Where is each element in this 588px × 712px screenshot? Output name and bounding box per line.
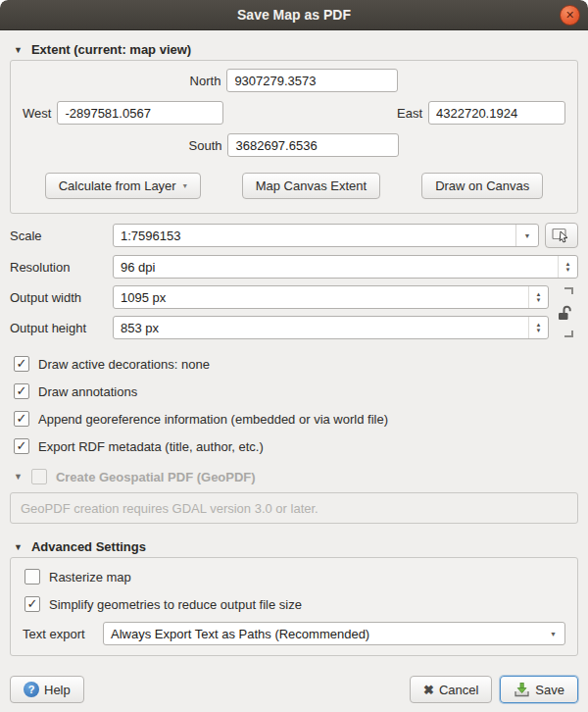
checkbox-label: Append georeference information (embedde… xyxy=(38,412,388,427)
dialog-footer: ? Help ✖ Cancel Save xyxy=(10,676,578,712)
text-export-value: Always Export Text as Paths (Recommended… xyxy=(104,627,542,641)
save-map-as-pdf-dialog: Save Map as PDF ✕ ▼ Extent (current: map… xyxy=(0,0,588,712)
east-label: East xyxy=(397,106,422,121)
checkbox-label: Rasterize map xyxy=(49,570,131,585)
resolution-input[interactable] xyxy=(113,255,578,279)
help-label: Help xyxy=(44,683,71,697)
checkbox-draw-active-decorations[interactable]: ✓ Draw active decorations: none xyxy=(14,356,578,372)
advanced-settings-title: Advanced Settings xyxy=(31,539,146,554)
output-size-section: Output width ▲ ▼ Output height ▲ ▼ xyxy=(10,285,578,346)
text-export-row: Text export Always Export Text as Paths … xyxy=(23,622,565,645)
text-export-combobox[interactable]: Always Export Text as Paths (Recommended… xyxy=(103,622,565,645)
dialog-content: ▼ Extent (current: map view) North West … xyxy=(0,30,588,712)
titlebar[interactable]: Save Map as PDF ✕ xyxy=(0,0,588,30)
checkbox-rasterize-map[interactable]: Rasterize map xyxy=(24,569,565,585)
checkbox-icon: ✓ xyxy=(14,438,29,454)
dropdown-arrow-icon: ▾ xyxy=(183,181,187,190)
checkbox-label: Export RDF metadata (title, author, etc.… xyxy=(38,439,264,454)
scale-row: Scale 1:7596153 ▼ xyxy=(10,223,578,248)
collapse-arrow-icon: ▼ xyxy=(14,472,23,482)
checkbox-icon: ✓ xyxy=(14,411,29,427)
extent-groupbox: North West East South xyxy=(10,60,578,214)
bracket-bottom-icon xyxy=(564,331,573,337)
checkbox-icon: ✓ xyxy=(24,596,40,612)
checkbox-draw-annotations[interactable]: ✓ Draw annotations xyxy=(14,383,578,399)
map-canvas-extent-label: Map Canvas Extent xyxy=(256,178,367,193)
advanced-settings-header[interactable]: ▼ Advanced Settings xyxy=(14,539,578,554)
open-lock-icon xyxy=(558,304,572,321)
map-cursor-icon xyxy=(552,228,571,243)
west-input[interactable] xyxy=(57,101,223,125)
checkbox-label: Draw annotations xyxy=(38,384,137,399)
checkbox-icon: ✓ xyxy=(14,356,29,372)
output-height-input[interactable] xyxy=(113,316,549,339)
resolution-spinner[interactable]: ▲ ▼ xyxy=(558,256,577,278)
geopdf-note-box: GeoPDF creation requires GDAL version 3.… xyxy=(10,492,578,524)
spin-down-icon: ▼ xyxy=(536,297,542,303)
extent-west-east-row: West East xyxy=(23,101,565,125)
close-icon: ✕ xyxy=(565,9,574,21)
cancel-button[interactable]: ✖ Cancel xyxy=(410,676,492,703)
spin-down-icon: ▼ xyxy=(536,328,542,333)
resolution-label: Resolution xyxy=(10,260,113,275)
checkbox-icon: ✓ xyxy=(14,383,29,399)
help-icon: ? xyxy=(24,682,39,697)
scale-combobox[interactable]: 1:7596153 ▼ xyxy=(113,224,539,247)
spin-down-icon: ▼ xyxy=(565,267,571,273)
geopdf-note: GeoPDF creation requires GDAL version 3.… xyxy=(21,501,318,516)
checkbox-export-rdf-metadata[interactable]: ✓ Export RDF metadata (title, author, et… xyxy=(14,438,578,454)
calculate-from-layer-label: Calculate from Layer xyxy=(59,178,176,193)
draw-on-canvas-label: Draw on Canvas xyxy=(435,178,529,193)
scale-label: Scale xyxy=(10,229,113,243)
text-export-label: Text export xyxy=(23,627,103,641)
save-icon xyxy=(514,682,530,698)
combo-arrow-icon: ▼ xyxy=(524,232,531,239)
save-button[interactable]: Save xyxy=(500,676,578,703)
output-height-spinner[interactable]: ▲ ▼ xyxy=(528,317,548,338)
lock-aspect-ratio-button[interactable] xyxy=(553,287,576,337)
west-label: West xyxy=(23,106,51,121)
checkbox-append-georeference[interactable]: ✓ Append georeference information (embed… xyxy=(14,411,578,427)
extent-south-row: South xyxy=(23,133,565,157)
geopdf-checkbox xyxy=(31,469,47,484)
help-button[interactable]: ? Help xyxy=(10,676,84,703)
checkbox-label: Simplify geometries to reduce output fil… xyxy=(49,597,302,612)
cancel-x-icon: ✖ xyxy=(423,683,434,697)
calculate-from-layer-button[interactable]: Calculate from Layer ▾ xyxy=(45,173,201,199)
output-width-input[interactable] xyxy=(113,285,549,309)
output-width-label: Output width xyxy=(10,290,113,305)
south-label: South xyxy=(189,138,222,153)
collapse-arrow-icon: ▼ xyxy=(14,542,23,552)
window-title: Save Map as PDF xyxy=(237,7,351,23)
extent-buttons-row: Calculate from Layer ▾ Map Canvas Extent… xyxy=(23,173,565,199)
cancel-label: Cancel xyxy=(439,683,478,697)
extent-group-header[interactable]: ▼ Extent (current: map view) xyxy=(14,42,578,57)
output-height-label: Output height xyxy=(10,321,113,335)
checkbox-icon xyxy=(24,569,40,585)
advanced-settings-groupbox: Rasterize map ✓ Simplify geometries to r… xyxy=(10,557,578,656)
output-height-row: Output height ▲ ▼ xyxy=(10,316,549,339)
set-scale-from-canvas-button[interactable] xyxy=(545,223,578,248)
south-input[interactable] xyxy=(227,133,399,157)
output-width-spinner[interactable]: ▲ ▼ xyxy=(528,286,548,308)
checkbox-label: Draw active decorations: none xyxy=(38,357,210,372)
checkbox-simplify-geometries[interactable]: ✓ Simplify geometries to reduce output f… xyxy=(24,596,565,612)
resolution-row: Resolution ▲ ▼ xyxy=(10,255,578,279)
collapse-arrow-icon: ▼ xyxy=(14,45,23,55)
map-canvas-extent-button[interactable]: Map Canvas Extent xyxy=(242,173,380,199)
save-label: Save xyxy=(535,683,564,697)
bracket-top-icon xyxy=(564,287,573,294)
close-button[interactable]: ✕ xyxy=(560,5,580,25)
output-width-row: Output width ▲ ▼ xyxy=(10,285,549,309)
extent-north-row: North xyxy=(23,69,565,92)
geopdf-label: Create Geospatial PDF (GeoPDF) xyxy=(56,470,256,484)
east-input[interactable] xyxy=(428,101,565,125)
text-export-combo-arrow[interactable]: ▼ xyxy=(542,623,564,644)
north-label: North xyxy=(190,74,221,88)
extent-group-title: Extent (current: map view) xyxy=(31,42,191,57)
combo-arrow-icon: ▼ xyxy=(550,631,557,637)
north-input[interactable] xyxy=(226,69,398,92)
geopdf-header: ▼ Create Geospatial PDF (GeoPDF) xyxy=(14,469,578,484)
scale-combo-arrow-button[interactable]: ▼ xyxy=(515,225,538,246)
draw-on-canvas-button[interactable]: Draw on Canvas xyxy=(421,173,543,199)
